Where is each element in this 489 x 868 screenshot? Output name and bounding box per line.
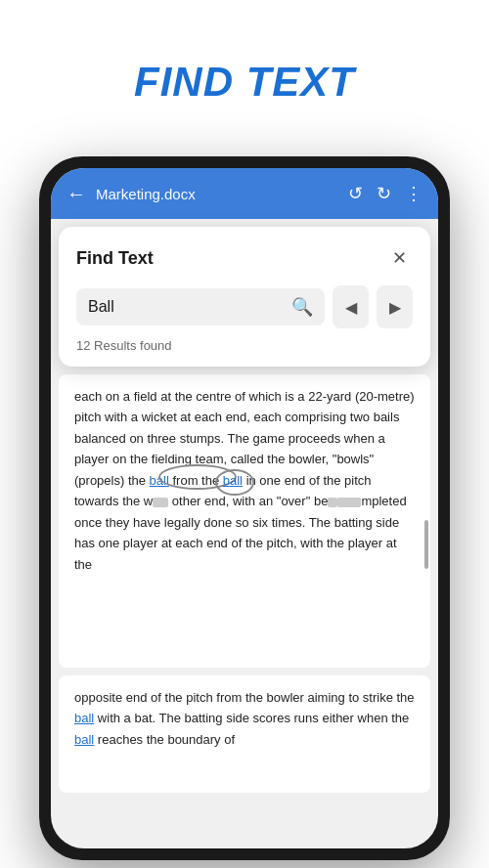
- word-ball-1: ball: [150, 473, 169, 488]
- close-button[interactable]: ✕: [385, 244, 413, 272]
- toolbar-right: ↺ ↻ ⋮: [348, 183, 422, 204]
- word-ball-2: ball: [74, 711, 94, 725]
- scrollbar[interactable]: [424, 520, 428, 569]
- document-content-2: opposite end of the pitch from the bowle…: [59, 675, 430, 793]
- search-row: 🔍 ◀ ▶: [76, 285, 413, 328]
- next-result-button[interactable]: ▶: [377, 285, 413, 328]
- back-icon[interactable]: ←: [67, 183, 86, 205]
- toolbar-left: ← Marketing.docx: [67, 183, 196, 205]
- prev-result-button[interactable]: ◀: [333, 285, 369, 328]
- word-ball-highlighted: ball: [223, 473, 243, 488]
- search-input[interactable]: [88, 298, 284, 316]
- dialog-title: Find Text: [76, 248, 154, 269]
- word-ball-3: ball: [74, 732, 94, 747]
- more-options-icon[interactable]: ⋮: [405, 183, 422, 204]
- results-count: 12 Results found: [76, 338, 413, 353]
- redo-icon[interactable]: ↻: [377, 183, 391, 204]
- search-input-container: 🔍: [76, 288, 325, 326]
- doc-paragraph-1: each on a field at the centre of which i…: [74, 386, 415, 575]
- phone-frame: ← Marketing.docx ↺ ↻ ⋮ Find Text ✕ 🔍 ◀: [39, 156, 450, 860]
- page-title: FIND TEXT: [0, 59, 489, 106]
- dialog-header: Find Text ✕: [76, 244, 413, 272]
- app-toolbar: ← Marketing.docx ↺ ↻ ⋮: [51, 168, 438, 219]
- document-content-1: each on a field at the centre of which i…: [59, 374, 430, 668]
- doc-paragraph-2: opposite end of the pitch from the bowle…: [74, 687, 415, 750]
- find-text-dialog: Find Text ✕ 🔍 ◀ ▶ 12 Results found: [59, 227, 430, 367]
- phone-screen: ← Marketing.docx ↺ ↻ ⋮ Find Text ✕ 🔍 ◀: [51, 168, 438, 848]
- toolbar-filename: Marketing.docx: [96, 186, 196, 202]
- search-icon[interactable]: 🔍: [291, 296, 313, 318]
- undo-icon[interactable]: ↺: [348, 183, 363, 204]
